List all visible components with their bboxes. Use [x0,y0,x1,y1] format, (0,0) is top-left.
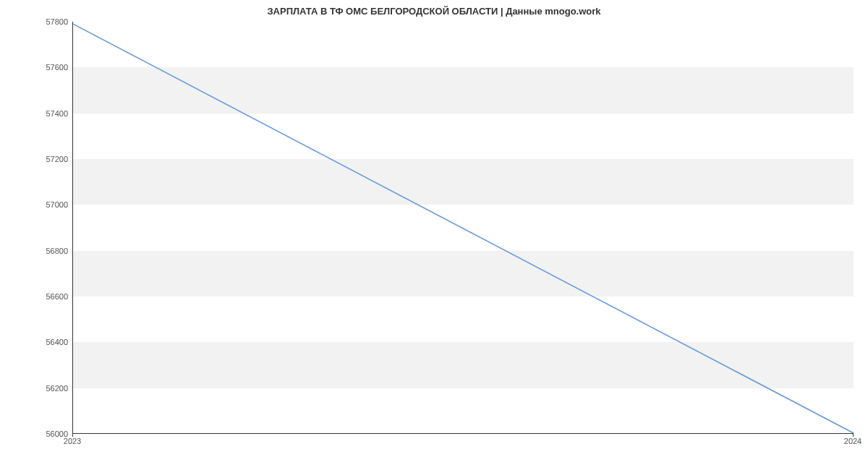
y-tick-label: 56400 [46,338,68,346]
y-tick-label: 57800 [46,17,68,26]
chart-title: ЗАРПЛАТА В ТФ ОМС БЕЛГОРОДСКОЙ ОБЛАСТИ |… [0,6,868,17]
y-tick-label: 57000 [46,200,68,209]
series-line [73,22,854,433]
y-tick-label: 56200 [46,384,68,393]
chart-container: ЗАРПЛАТА В ТФ ОМС БЕЛГОРОДСКОЙ ОБЛАСТИ |… [0,0,868,470]
plot-area [72,22,854,434]
y-tick-label: 56800 [46,247,68,255]
y-tick-label: 57200 [46,155,68,163]
y-tick-label: 57600 [46,63,68,72]
x-tick-label: 2024 [844,437,861,445]
x-tick-label: 2023 [64,437,81,445]
y-tick-label: 56600 [46,292,68,301]
y-tick-label: 57400 [46,109,68,118]
